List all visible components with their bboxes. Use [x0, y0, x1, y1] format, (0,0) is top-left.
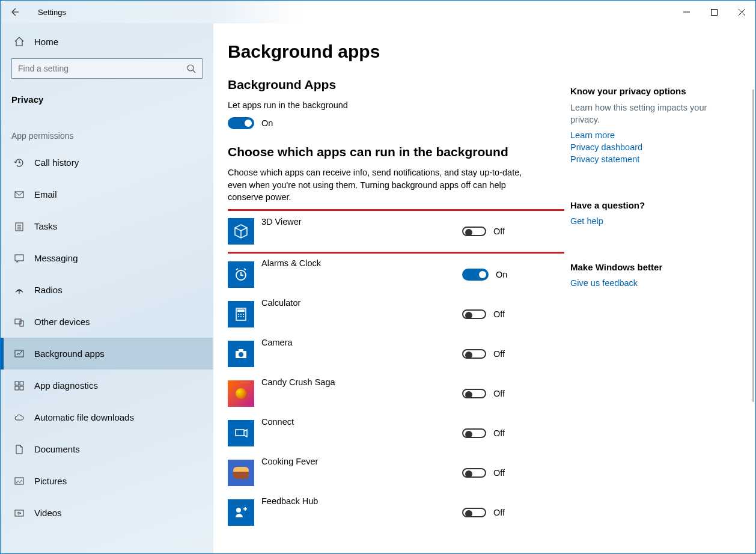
app-icon-candy-crush	[228, 380, 254, 407]
app-name: 3D Viewer	[261, 213, 462, 227]
app-toggle-3d-viewer[interactable]	[462, 227, 486, 236]
sidebar-item-automatic-downloads[interactable]: Automatic file downloads	[1, 401, 213, 433]
app-toggle-candy-crush[interactable]	[462, 389, 486, 398]
app-toggle-label: Off	[493, 389, 505, 398]
tasks-icon	[13, 220, 26, 233]
svg-rect-9	[15, 382, 19, 385]
sidebar-item-label: Other devices	[34, 317, 90, 327]
svg-point-25	[239, 352, 243, 357]
link-privacy-statement[interactable]: Privacy statement	[570, 154, 727, 164]
svg-point-18	[238, 314, 239, 315]
app-toggle-label: Off	[493, 468, 505, 478]
svg-rect-4	[15, 255, 23, 261]
app-toggle-camera[interactable]	[462, 349, 486, 359]
devices-icon	[13, 315, 26, 329]
back-button[interactable]	[1, 1, 28, 23]
panel-heading-feedback: Make Windows better	[570, 262, 727, 272]
cloud-icon	[13, 411, 26, 424]
app-icon-feedback-hub	[228, 499, 254, 526]
link-learn-more[interactable]: Learn more	[570, 130, 727, 140]
sidebar-item-label: Tasks	[34, 221, 57, 231]
svg-rect-14	[15, 510, 23, 516]
app-toggle-cooking-fever[interactable]	[462, 468, 486, 478]
sidebar-item-label: Automatic file downloads	[34, 412, 134, 422]
section-choose-apps-title: Choose which apps can run in the backgro…	[228, 145, 564, 159]
sidebar-item-label: App diagnostics	[34, 380, 98, 391]
app-name: Candy Crush Saga	[261, 374, 462, 387]
pictures-icon	[13, 475, 26, 488]
main-panel: Background apps Background Apps Let apps…	[213, 23, 755, 553]
category-label: Privacy	[1, 84, 213, 114]
sidebar-item-documents[interactable]: Documents	[1, 433, 213, 465]
panel-heading-privacy: Know your privacy options	[570, 86, 727, 96]
history-icon	[13, 156, 26, 169]
app-row-alarms: Alarms & Clock On	[228, 255, 564, 294]
svg-rect-27	[236, 430, 244, 436]
search-icon	[186, 64, 196, 73]
app-name: Cooking Fever	[261, 453, 462, 466]
master-toggle[interactable]	[228, 117, 254, 129]
sidebar-item-call-history[interactable]: Call history	[1, 147, 213, 178]
svg-point-19	[240, 314, 242, 315]
sidebar-item-background-apps[interactable]: Background apps	[1, 338, 213, 370]
app-toggle-feedback-hub[interactable]	[462, 508, 486, 517]
sidebar-item-label: Email	[34, 189, 57, 199]
sidebar-item-radios[interactable]: Radios	[1, 274, 213, 306]
search-input[interactable]	[11, 58, 203, 79]
svg-point-28	[236, 508, 241, 513]
sidebar-item-other-devices[interactable]: Other devices	[1, 306, 213, 338]
sidebar-item-label: Videos	[34, 508, 62, 518]
svg-rect-17	[237, 309, 245, 312]
sidebar-item-app-diagnostics[interactable]: App diagnostics	[1, 370, 213, 401]
sidebar-item-label: Messaging	[34, 253, 78, 263]
background-apps-icon	[13, 347, 26, 361]
section-choose-apps-desc: Choose which apps can receive info, send…	[228, 166, 522, 203]
app-name: Connect	[261, 413, 462, 427]
messaging-icon	[13, 252, 26, 265]
app-name: Alarms & Clock	[261, 255, 462, 268]
link-privacy-dashboard[interactable]: Privacy dashboard	[570, 142, 727, 152]
app-toggle-label: Off	[493, 428, 505, 438]
sidebar-item-videos[interactable]: Videos	[1, 497, 213, 529]
app-toggle-label: On	[496, 270, 507, 279]
app-toggle-connect[interactable]	[462, 428, 486, 438]
minimize-button[interactable]	[672, 1, 700, 23]
sidebar-item-label: Radios	[34, 285, 62, 295]
link-give-feedback[interactable]: Give us feedback	[570, 278, 727, 288]
home-button[interactable]: Home	[1, 28, 213, 55]
app-row-camera: Camera Off	[228, 334, 564, 374]
master-toggle-label: On	[261, 118, 273, 128]
svg-point-21	[238, 316, 239, 317]
titlebar: Settings	[1, 1, 755, 23]
sidebar-item-label: Call history	[34, 157, 79, 168]
sidebar-item-email[interactable]: Email	[1, 178, 213, 210]
app-icon-cooking-fever	[228, 460, 254, 486]
window-title: Settings	[28, 8, 66, 17]
app-toggle-calculator[interactable]	[462, 309, 486, 319]
info-panel: Know your privacy options Learn how this…	[564, 41, 733, 553]
app-name: Camera	[261, 334, 462, 347]
sidebar-item-pictures[interactable]: Pictures	[1, 465, 213, 497]
svg-rect-0	[711, 9, 717, 15]
app-row-feedback-hub: Feedback Hub Off	[228, 493, 564, 532]
app-toggle-alarms[interactable]	[462, 269, 489, 281]
sidebar: Home Privacy App permissions Call histor…	[1, 23, 213, 553]
app-row-3d-viewer: 3D Viewer Off	[228, 209, 564, 254]
section-background-apps-title: Background Apps	[228, 78, 564, 92]
app-toggle-label: Off	[493, 349, 505, 359]
radios-icon	[13, 284, 26, 297]
maximize-button[interactable]	[700, 1, 728, 23]
close-button[interactable]	[728, 1, 755, 23]
app-icon-connect	[228, 420, 254, 446]
sidebar-item-label: Documents	[34, 444, 80, 454]
page-title: Background apps	[228, 41, 564, 62]
master-toggle-desc: Let apps run in the background	[228, 99, 522, 111]
scrollbar[interactable]	[752, 90, 754, 402]
link-get-help[interactable]: Get help	[570, 216, 727, 226]
panel-subtext-privacy: Learn how this setting impacts your priv…	[570, 102, 727, 126]
sidebar-item-messaging[interactable]: Messaging	[1, 242, 213, 274]
settings-window: Settings Home Pr	[0, 0, 756, 554]
sidebar-item-tasks[interactable]: Tasks	[1, 210, 213, 242]
search-field[interactable]	[18, 64, 186, 73]
panel-heading-question: Have a question?	[570, 200, 727, 210]
